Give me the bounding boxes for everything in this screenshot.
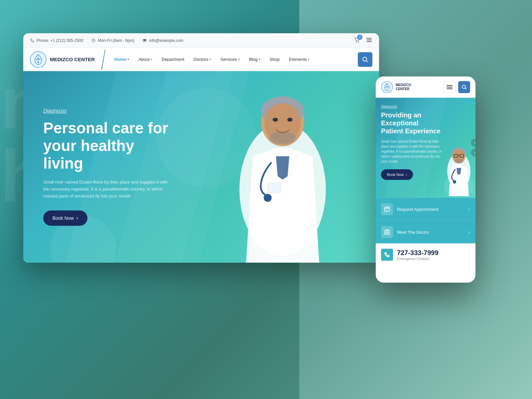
nav-links: Home ▾ About ▾ Department Doctors ▾ Serv… [110, 54, 358, 65]
phone-text: Phone: +1 (212) 305-2500 [37, 38, 83, 43]
hero-title: Personal care for your healthy living [43, 119, 176, 172]
nav-about[interactable]: About ▾ [134, 54, 156, 65]
mobile-menu-button[interactable] [444, 81, 456, 93]
appointment-icon-box [381, 203, 393, 215]
mobile-hero-tag: Diagnosis [381, 104, 470, 108]
nav-doctors-arrow: ▾ [209, 58, 211, 61]
mobile-book-arrow: › [406, 173, 407, 177]
nav-doctors[interactable]: Doctors ▾ [190, 54, 215, 65]
svg-rect-5 [366, 40, 372, 40]
mobile-logo: MEDIZCOCENTER [381, 81, 411, 93]
svg-rect-38 [386, 209, 387, 210]
top-bar-left: Phone: +1 (212) 305-2500 Mon-Fri (8am - … [30, 38, 183, 43]
nav-elements[interactable]: Elements ▾ [285, 54, 314, 65]
desktop-window: Phone: +1 (212) 305-2500 Mon-Fri (8am - … [23, 33, 379, 263]
nav-department[interactable]: Department [158, 54, 188, 65]
mobile-hero-title: Providing an Exceptional Patient Experie… [381, 111, 441, 135]
book-now-button[interactable]: Book Now › [43, 210, 87, 226]
clock-icon [91, 38, 96, 43]
svg-rect-6 [366, 41, 372, 42]
cart-icon-wrap[interactable]: 3 [354, 37, 360, 45]
nav-blog-arrow: ▾ [259, 58, 260, 61]
mobile-hero-section: Diagnosis Providing an Exceptional Patie… [376, 98, 475, 198]
nav-elements-arrow: ▾ [308, 58, 310, 61]
doctor-icon-box [381, 226, 393, 238]
svg-point-10 [363, 57, 367, 61]
svg-point-17 [287, 118, 293, 122]
nav-home[interactable]: Home ▾ [110, 54, 133, 65]
hamburger-line-1 [447, 85, 453, 86]
mobile-window: MEDIZCOCENTER Diagnosis Providing an Exc… [376, 76, 475, 283]
logo-icon [30, 51, 47, 68]
hours-info: Mon-Fri (8am - 6pm) [91, 38, 134, 43]
logo-text: MEDIZCO CENTER [50, 57, 95, 63]
emergency-info: 727-333-7999 Emergency Contact [397, 249, 439, 261]
cart-badge: 3 [357, 35, 362, 40]
svg-point-3 [358, 41, 359, 42]
svg-rect-4 [366, 38, 372, 39]
svg-rect-34 [385, 207, 389, 211]
mobile-prev-arrow[interactable]: ‹ [471, 139, 475, 147]
svg-point-40 [386, 230, 388, 232]
svg-point-15 [269, 131, 296, 145]
mobile-nav-bar: MEDIZCOCENTER [376, 76, 475, 98]
top-bar-right: 3 [354, 37, 372, 45]
mobile-search-button[interactable] [458, 81, 470, 93]
mobile-hero-description: Small river named Duden flows by their p… [381, 139, 448, 164]
emergency-number: 727-333-7999 [397, 249, 439, 257]
request-appointment-left: Request Appointment [381, 203, 438, 215]
svg-point-18 [264, 194, 272, 202]
emergency-label: Emergency Contact [397, 257, 439, 261]
search-button[interactable] [358, 52, 372, 67]
request-appointment-item[interactable]: Request Appointment › [376, 198, 475, 220]
hamburger-menu[interactable] [366, 37, 372, 45]
meet-doctor-item[interactable]: Meet The Doctor › [376, 220, 475, 243]
mobile-nav-right [444, 81, 470, 93]
hours-text: Mon-Fri (8am - 6pm) [98, 38, 134, 43]
meet-doctor-label: Meet The Doctor [397, 230, 429, 235]
mobile-book-button[interactable]: Book Now › [381, 169, 413, 180]
doctor-image-area [213, 83, 352, 263]
mobile-emergency: 727-333-7999 Emergency Contact [376, 243, 475, 266]
request-appointment-arrow: › [468, 206, 470, 212]
svg-rect-19 [268, 183, 281, 193]
top-bar: Phone: +1 (212) 305-2500 Mon-Fri (8am - … [23, 33, 379, 48]
logo-area: MEDIZCO CENTER [30, 51, 96, 68]
meet-doctor-left: Meet The Doctor [381, 226, 429, 238]
hamburger-line-2 [447, 87, 453, 87]
email-text: info@example.com [149, 38, 183, 43]
hero-tag: Diagnosis [43, 108, 176, 114]
hero-section: Diagnosis Personal care for your healthy… [23, 71, 379, 263]
hero-content: Diagnosis Personal care for your healthy… [23, 108, 196, 225]
nav-shop[interactable]: Shop [266, 54, 284, 65]
svg-point-2 [356, 41, 357, 42]
hero-description: Small river named Duden flows by their p… [43, 179, 170, 200]
email-icon [142, 38, 147, 43]
phone-info: Phone: +1 (212) 305-2500 [30, 38, 83, 43]
hamburger-line-3 [447, 88, 453, 89]
nav-services-arrow: ▾ [238, 58, 240, 61]
logo-divider [101, 50, 106, 69]
phone-icon [30, 38, 35, 43]
mobile-next-arrow[interactable]: › [471, 149, 475, 157]
mobile-logo-text: MEDIZCOCENTER [396, 83, 411, 91]
svg-point-30 [453, 180, 456, 184]
nav-bar: MEDIZCO CENTER Home ▾ About ▾ Department… [23, 48, 379, 71]
meet-doctor-arrow: › [468, 229, 470, 235]
nav-about-arrow: ▾ [151, 58, 152, 61]
book-btn-arrow: › [76, 215, 78, 221]
svg-point-16 [273, 118, 278, 122]
nav-blog[interactable]: Blog ▾ [245, 54, 264, 65]
email-info: info@example.com [142, 38, 183, 43]
emergency-phone-icon [381, 249, 393, 261]
doctor-illustration [219, 90, 346, 263]
nav-services[interactable]: Services ▾ [216, 54, 244, 65]
nav-home-arrow: ▾ [127, 58, 129, 61]
request-appointment-label: Request Appointment [397, 207, 438, 212]
mobile-actions: Request Appointment › Meet The Doctor › [376, 198, 475, 243]
mobile-logo-icon [381, 81, 393, 93]
